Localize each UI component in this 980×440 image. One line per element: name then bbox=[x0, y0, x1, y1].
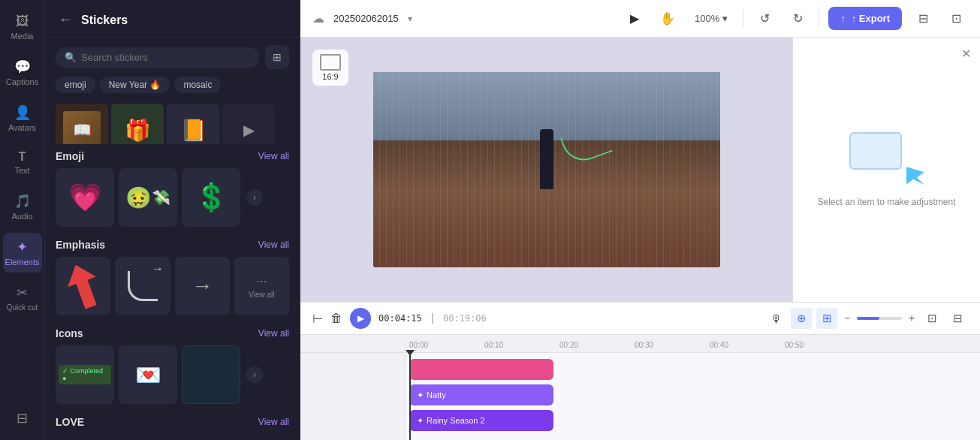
sidebar-item-quickcut[interactable]: ✂ Quick cut bbox=[3, 279, 42, 318]
emphasis-view-all-box[interactable]: ··· View all bbox=[234, 257, 289, 315]
play-icon: ▶ bbox=[357, 313, 364, 324]
close-right-panel-button[interactable]: ✕ bbox=[961, 47, 971, 61]
adjust-placeholder-text: Select an item to make adjustment bbox=[817, 197, 955, 207]
love-view-all[interactable]: View all bbox=[258, 417, 289, 427]
sidebar-item-label: Elements bbox=[5, 258, 40, 267]
microphone-button[interactable]: 🎙 bbox=[765, 308, 786, 329]
emphasis-view-all[interactable]: View all bbox=[258, 240, 289, 250]
sidebar-item-avatars[interactable]: 👤 Avatars bbox=[3, 98, 42, 138]
adjust-placeholder: Select an item to make adjustment bbox=[817, 132, 955, 207]
view-all-dots: ··· bbox=[256, 273, 267, 289]
playhead[interactable] bbox=[409, 353, 411, 440]
align-button[interactable]: ⊞ bbox=[816, 308, 837, 329]
emphasis-red-arrow[interactable] bbox=[56, 257, 110, 315]
icons-title: Icons bbox=[56, 327, 83, 339]
frame-label: 16:9 bbox=[322, 72, 338, 81]
section-love: LOVE View all bbox=[45, 410, 300, 440]
sidebar-item-captions[interactable]: 💬 Captions bbox=[3, 53, 42, 92]
subtitle-icon: ⊟ bbox=[17, 410, 28, 426]
undo-button[interactable]: ↺ bbox=[752, 7, 776, 31]
elements-icon: ✦ bbox=[17, 239, 28, 255]
time-separator: | bbox=[431, 312, 434, 325]
search-input-wrap[interactable]: 🔍 bbox=[56, 47, 259, 68]
play-button[interactable]: ▶ bbox=[350, 308, 371, 329]
zoom-slider-fill bbox=[857, 317, 879, 320]
curve-arrow-shape bbox=[128, 271, 158, 301]
search-icon: 🔍 bbox=[65, 52, 77, 63]
icons-view-all[interactable]: View all bbox=[258, 328, 289, 339]
sidebar-item-subtitle[interactable]: ⊟ bbox=[3, 404, 42, 432]
clip-pink[interactable] bbox=[409, 359, 553, 380]
ruler-mark-10: 00:10 bbox=[484, 341, 559, 349]
zoom-in-button[interactable]: ＋ bbox=[906, 312, 917, 325]
preview-thumb-1[interactable]: 📖 bbox=[56, 104, 108, 144]
preview-thumb-3[interactable]: 📙 bbox=[167, 104, 219, 144]
audio-icon: 🎵 bbox=[14, 193, 31, 209]
filter-button[interactable]: ⊞ bbox=[265, 45, 289, 69]
preview-thumb-4[interactable]: ▶ bbox=[222, 104, 275, 144]
captions-icon: 💬 bbox=[14, 59, 31, 75]
icon-sticker-3[interactable] bbox=[182, 345, 240, 404]
clip-natty[interactable]: ✦ Natty bbox=[409, 384, 553, 405]
export-button[interactable]: ↑ ↑ Export bbox=[828, 7, 902, 30]
main-area: ☁ 202502062015 ▾ ▶ ✋ 100% ▾ ↺ ↻ ↑ ↑ Expo… bbox=[300, 0, 980, 440]
search-input[interactable] bbox=[81, 52, 250, 63]
canvas-area: 16:9 bbox=[300, 38, 792, 302]
filter-icon: ⊞ bbox=[273, 51, 282, 63]
sidebar-item-label: Text bbox=[14, 166, 29, 175]
redo-button[interactable]: ↻ bbox=[786, 7, 810, 31]
emphasis-arrow-text[interactable]: → bbox=[175, 257, 230, 315]
emoji-view-all[interactable]: View all bbox=[258, 151, 289, 161]
tag-emoji[interactable]: emoji bbox=[56, 77, 95, 93]
icon-sticker-1[interactable]: ✓ Completed ● bbox=[56, 345, 114, 404]
tag-newyear[interactable]: New Year 🔥 bbox=[100, 77, 170, 93]
icon-sticker-2[interactable]: 💌 bbox=[119, 345, 177, 404]
split-button[interactable]: ⊕ bbox=[791, 308, 812, 329]
emoji-title: Emoji bbox=[56, 150, 84, 162]
sidebar-item-elements[interactable]: ✦ Elements bbox=[3, 233, 42, 273]
zoom-level-button[interactable]: 100% ▾ bbox=[689, 10, 734, 27]
timeline-ruler: 00:00 00:10 00:20 00:30 00:40 00:50 bbox=[300, 335, 980, 353]
playback-bar: ⊢ 🗑 ▶ 00:04:15 | 00:19:06 🎙 ⊕ ⊞ － ＋ ⊡ ⊟ bbox=[300, 302, 980, 335]
sidebar-item-media[interactable]: 🖼 Media bbox=[3, 8, 42, 47]
panel-header: ← Stickers bbox=[45, 0, 300, 38]
text-icon: T bbox=[19, 150, 26, 164]
sidebar-item-audio[interactable]: 🎵 Audio bbox=[3, 187, 42, 227]
section-emoji-header: Emoji View all bbox=[56, 150, 289, 162]
section-icons-header: Icons View all bbox=[56, 327, 289, 339]
tag-mosaic[interactable]: mosaic bbox=[174, 77, 221, 93]
adjust-card-icon bbox=[849, 132, 902, 170]
right-panel: ✕ Select an item to make adjustment bbox=[792, 38, 980, 302]
emphasis-curve-arrow[interactable] bbox=[115, 257, 170, 315]
cursor-tool-button[interactable]: ▶ bbox=[623, 7, 647, 31]
frame-selector[interactable]: 16:9 bbox=[312, 50, 348, 86]
back-button[interactable]: ← bbox=[56, 11, 75, 29]
sidebar-item-label: Avatars bbox=[8, 123, 36, 132]
project-dropdown-arrow[interactable]: ▾ bbox=[408, 14, 412, 24]
emoji-next-button[interactable]: › bbox=[246, 189, 263, 206]
fullscreen-button[interactable]: ⊟ bbox=[947, 308, 968, 329]
clip-rainy-season[interactable]: ✦ Rainy Season 2 bbox=[409, 410, 553, 431]
layout-toggle-button[interactable]: ⊟ bbox=[911, 7, 935, 31]
fit-to-screen-button[interactable]: ⊡ bbox=[921, 308, 942, 329]
sidebar-item-text[interactable]: T Text bbox=[3, 144, 42, 181]
adjust-icon-wrap bbox=[849, 132, 924, 185]
trim-left-button[interactable]: ⊢ bbox=[312, 312, 323, 326]
panel-toggle-button[interactable]: ⊡ bbox=[944, 7, 968, 31]
timeline-content: ✦ Natty ✦ Rainy Season 2 bbox=[300, 353, 980, 437]
icons-next-button[interactable]: › bbox=[246, 366, 263, 383]
section-emphasis: Emphasis View all → ··· View all bbox=[45, 233, 300, 321]
zoom-slider-track[interactable] bbox=[857, 317, 902, 320]
sticker-pink-heart[interactable]: 💗 bbox=[56, 168, 114, 227]
hand-tool-button[interactable]: ✋ bbox=[656, 7, 680, 31]
icons-grid: ✓ Completed ● 💌 › bbox=[56, 345, 289, 404]
preview-thumb-2[interactable]: 🎁 bbox=[111, 104, 164, 144]
zoom-out-button[interactable]: － bbox=[842, 312, 852, 325]
sidebar-item-label: Captions bbox=[6, 77, 38, 86]
sidebar-item-label: Media bbox=[11, 32, 34, 41]
sticker-sick-money[interactable]: 🤢💸 bbox=[119, 168, 177, 227]
total-time: 00:19:06 bbox=[443, 313, 487, 324]
delete-clip-button[interactable]: 🗑 bbox=[330, 312, 342, 325]
sticker-dollar[interactable]: 💲 bbox=[182, 168, 240, 227]
zoom-level-label: 100% bbox=[695, 13, 719, 24]
